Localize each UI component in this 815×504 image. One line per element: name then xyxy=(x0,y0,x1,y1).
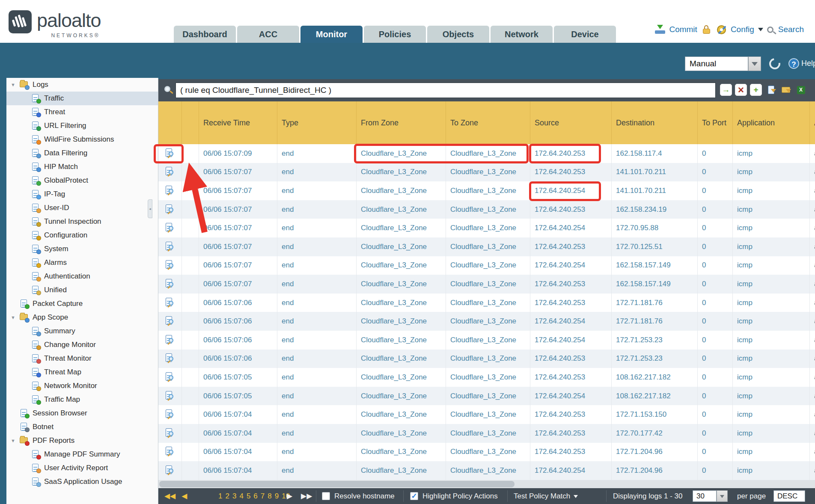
page-number-3[interactable]: 3 xyxy=(232,492,236,501)
page-number-7[interactable]: 7 xyxy=(261,492,265,501)
log-row-14[interactable]: 06/06 15:07:05endCloudflare_L3_ZoneCloud… xyxy=(158,387,815,406)
sidebar-item-hip-match[interactable]: HIP Match xyxy=(6,160,158,174)
expander-icon[interactable]: ▼ xyxy=(11,438,15,443)
sidebar-item-authentication[interactable]: Authentication xyxy=(6,270,158,283)
first-page-button[interactable]: ◀◀ xyxy=(164,492,175,501)
log-detail-icon[interactable] xyxy=(165,353,175,364)
add-log-filter-button[interactable] xyxy=(765,84,777,96)
tab-dashboard[interactable]: Dashboard xyxy=(174,26,236,43)
log-detail-icon[interactable] xyxy=(165,223,175,233)
sidebar-collapse-handle[interactable]: ◂ xyxy=(148,199,152,218)
sidebar-item-unified[interactable]: Unified xyxy=(6,283,158,297)
log-row-8[interactable]: 06/06 15:07:07endCloudflare_L3_ZoneCloud… xyxy=(158,275,815,294)
log-detail-icon[interactable] xyxy=(165,260,175,270)
log-detail-icon[interactable] xyxy=(165,428,175,439)
log-detail-icon[interactable] xyxy=(165,279,175,289)
sidebar-item-traffic-map[interactable]: Traffic Map xyxy=(6,393,158,406)
sidebar-item-wildfire-submissions[interactable]: WildFire Submissions xyxy=(6,133,158,146)
sidebar-item-user-id[interactable]: User-ID xyxy=(6,201,158,215)
sidebar-item-configuration[interactable]: Configuration xyxy=(6,228,158,242)
config-caret-icon[interactable] xyxy=(758,28,763,34)
log-row-5[interactable]: 06/06 15:07:07endCloudflare_L3_ZoneCloud… xyxy=(158,219,815,237)
clear-filter-button[interactable]: ✕ xyxy=(735,84,747,96)
tab-device[interactable]: Device xyxy=(554,26,616,43)
sidebar-item-globalprotect[interactable]: GlobalProtect xyxy=(6,174,158,187)
log-detail-icon[interactable] xyxy=(165,465,175,476)
column-header-from-zone[interactable]: From Zone xyxy=(357,101,446,144)
log-detail-icon[interactable] xyxy=(165,298,175,308)
column-header-source[interactable]: Source xyxy=(530,101,612,144)
log-row-2[interactable]: 06/06 15:07:07endCloudflare_L3_ZoneCloud… xyxy=(158,163,815,182)
horizontal-scrollbar-thumb[interactable] xyxy=(159,481,515,487)
page-number-8[interactable]: 8 xyxy=(268,492,271,501)
page-number-2[interactable]: 2 xyxy=(225,492,229,501)
log-detail-icon[interactable] xyxy=(165,447,175,457)
search-button[interactable]: Search xyxy=(778,25,804,34)
page-number-4[interactable]: 4 xyxy=(239,492,243,501)
sidebar-item-user-activity-report[interactable]: User Activity Report xyxy=(6,461,158,475)
filter-query-input[interactable] xyxy=(175,83,716,98)
column-header-destination[interactable]: Destination xyxy=(612,101,698,144)
test-policy-match-caret-icon[interactable] xyxy=(574,495,578,500)
highlight-policy-actions-checkbox[interactable]: ✓ xyxy=(410,492,418,500)
log-detail-icon[interactable] xyxy=(165,316,175,326)
sidebar-item-network-monitor[interactable]: Network Monitor xyxy=(6,379,158,393)
next-page-button[interactable]: ▶ xyxy=(287,492,292,501)
sidebar-item-threat[interactable]: Threat xyxy=(6,105,158,119)
sidebar-item-packet-capture[interactable]: Packet Capture xyxy=(6,297,158,311)
apply-filter-button[interactable]: → xyxy=(720,84,732,96)
tab-network[interactable]: Network xyxy=(491,26,553,43)
tab-policies[interactable]: Policies xyxy=(364,26,426,43)
tab-objects[interactable]: Objects xyxy=(427,26,489,43)
log-row-18[interactable]: 06/06 15:07:04endCloudflare_L3_ZoneCloud… xyxy=(158,461,815,480)
per-page-dropdown-button[interactable] xyxy=(717,490,728,502)
sidebar-item-pdf-reports[interactable]: ▼PDF Reports xyxy=(6,434,158,448)
prev-page-button[interactable]: ◀ xyxy=(181,492,187,501)
log-row-6[interactable]: 06/06 15:07:07endCloudflare_L3_ZoneCloud… xyxy=(158,237,815,256)
log-row-7[interactable]: 06/06 15:07:07endCloudflare_L3_ZoneCloud… xyxy=(158,256,815,275)
horizontal-scrollbar[interactable] xyxy=(158,480,815,488)
log-row-13[interactable]: 06/06 15:07:05endCloudflare_L3_ZoneCloud… xyxy=(158,368,815,387)
page-number-9[interactable]: 9 xyxy=(275,492,279,501)
refresh-icon[interactable] xyxy=(767,56,782,71)
lock-icon[interactable] xyxy=(703,25,711,34)
expander-icon[interactable]: ▼ xyxy=(11,315,15,320)
help-link[interactable]: Help xyxy=(801,59,815,68)
log-row-17[interactable]: 06/06 15:07:04endCloudflare_L3_ZoneCloud… xyxy=(158,443,815,462)
sidebar-item-tunnel-inspection[interactable]: Tunnel Inspection xyxy=(6,215,158,228)
sidebar-item-ip-tag[interactable]: IP-Tag xyxy=(6,187,158,201)
sidebar-item-logs[interactable]: ▼Logs xyxy=(6,78,158,92)
log-detail-icon[interactable] xyxy=(165,335,175,345)
sidebar-item-change-monitor[interactable]: Change Monitor xyxy=(6,338,158,352)
log-row-15[interactable]: 06/06 15:07:04endCloudflare_L3_ZoneCloud… xyxy=(158,405,815,424)
column-header-a[interactable]: A xyxy=(810,101,815,144)
column-header-receive-time[interactable]: Receive Time xyxy=(199,101,277,144)
sidebar-item-traffic[interactable]: Traffic xyxy=(6,92,158,105)
sort-order-select[interactable]: DESC xyxy=(773,490,805,502)
sidebar-item-threat-map[interactable]: Threat Map xyxy=(6,365,158,379)
export-to-csv-button[interactable]: X xyxy=(795,84,807,96)
log-row-3[interactable]: 06/06 15:07:07endCloudflare_L3_ZoneCloud… xyxy=(158,181,815,200)
log-row-10[interactable]: 06/06 15:07:06endCloudflare_L3_ZoneCloud… xyxy=(158,312,815,331)
column-header-to-zone[interactable]: To Zone xyxy=(446,101,530,144)
expander-icon[interactable]: ▼ xyxy=(11,82,15,87)
log-row-11[interactable]: 06/06 15:07:06endCloudflare_L3_ZoneCloud… xyxy=(158,331,815,350)
commit-button[interactable]: Commit xyxy=(669,25,697,34)
log-detail-icon[interactable] xyxy=(165,409,175,420)
sidebar-item-session-browser[interactable]: Session Browser xyxy=(6,406,158,420)
sidebar-item-threat-monitor[interactable]: Threat Monitor xyxy=(6,352,158,365)
log-row-4[interactable]: 06/06 15:07:07endCloudflare_L3_ZoneCloud… xyxy=(158,200,815,219)
log-detail-icon[interactable] xyxy=(165,148,175,159)
column-header-to-port[interactable]: To Port xyxy=(698,101,733,144)
log-detail-icon[interactable] xyxy=(165,242,175,252)
config-button[interactable]: Config xyxy=(731,25,754,34)
sidebar-item-system[interactable]: System xyxy=(6,242,158,256)
log-detail-icon[interactable] xyxy=(165,167,175,177)
last-page-button[interactable]: ▶▶ xyxy=(301,492,312,501)
log-detail-icon[interactable] xyxy=(165,372,175,382)
log-row-12[interactable]: 06/06 15:07:06endCloudflare_L3_ZoneCloud… xyxy=(158,350,815,368)
add-filter-button[interactable]: + xyxy=(750,84,762,96)
sidebar-item-botnet[interactable]: Botnet xyxy=(6,420,158,434)
refresh-mode-select[interactable]: Manual xyxy=(685,56,748,71)
page-number-5[interactable]: 5 xyxy=(247,492,250,501)
